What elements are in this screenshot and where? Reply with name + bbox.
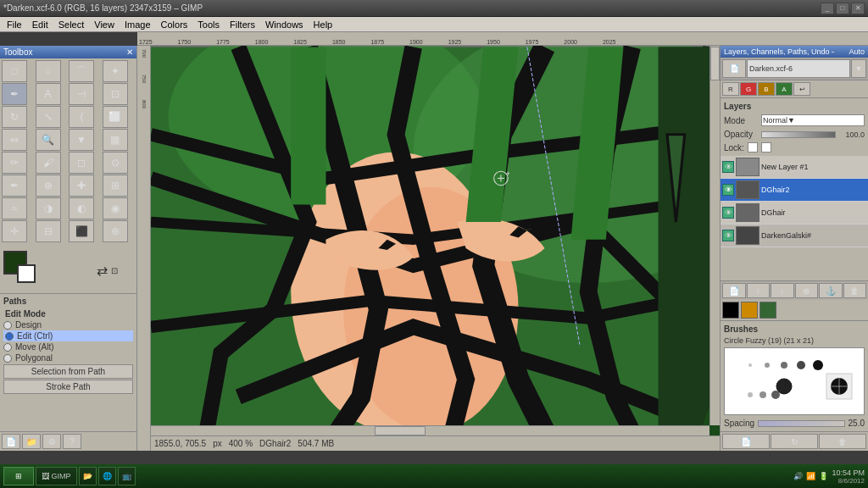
lasso-tool[interactable]: ⌒ — [69, 60, 94, 82]
taskbar-item-3[interactable]: 🌐 — [98, 467, 116, 485]
menu-tools[interactable]: Tools — [192, 19, 225, 30]
spacing-slider[interactable] — [758, 420, 844, 427]
panel-arrow[interactable]: ▼ — [851, 59, 866, 78]
ellipse-select-tool[interactable]: ○ — [36, 60, 61, 82]
zoom-tool[interactable]: 🔍 — [36, 129, 61, 151]
desaturate-tool[interactable]: ◐ — [69, 197, 94, 219]
scale-tool[interactable]: ⤡ — [36, 106, 61, 128]
path-option-design[interactable]: Design — [3, 319, 133, 330]
channel-rgb[interactable]: R — [722, 82, 739, 96]
align-tool[interactable]: ⊟ — [36, 220, 61, 242]
path-option-polygonal[interactable]: Polygonal — [3, 352, 133, 363]
canvas-area[interactable]: 700 750 800 — [137, 46, 720, 451]
polygonal-radio[interactable] — [3, 354, 12, 363]
scrollbar-horizontal[interactable] — [151, 425, 709, 435]
file-name-tab[interactable]: Darken.xcf-6 — [747, 59, 850, 78]
eraser-tool[interactable]: ◻ — [69, 152, 94, 174]
red-eye-tool[interactable]: ◉ — [103, 197, 128, 219]
ink-tool[interactable]: ✒ — [2, 175, 27, 197]
bucket-fill-tool[interactable]: ▼ — [69, 129, 94, 151]
lock-position-checkbox[interactable] — [761, 142, 771, 152]
perspective-clone-tool[interactable]: ⊞ — [103, 175, 128, 197]
raise-layer-button[interactable]: ↑ — [747, 283, 771, 298]
opacity-slider[interactable] — [761, 131, 836, 138]
help-button[interactable]: ? — [63, 434, 81, 449]
swap-colors-button[interactable]: ⇄ — [97, 263, 108, 279]
layer-item[interactable]: 👁 DGhair — [721, 202, 868, 225]
selection-from-path-button[interactable]: Selection from Path — [3, 364, 133, 379]
file-tab[interactable]: 📄 — [722, 59, 746, 78]
reset-colors-button[interactable]: ⊡ — [111, 266, 118, 275]
heal-tool[interactable]: ✚ — [69, 175, 94, 197]
brush-color-green[interactable] — [760, 302, 776, 319]
channel-green[interactable]: B — [758, 82, 775, 96]
brush-new-button[interactable]: 📄 — [722, 434, 770, 449]
anchor-layer-button[interactable]: ⚓ — [819, 283, 843, 298]
new-layer-button[interactable]: 📄 — [722, 283, 746, 298]
magnify-tool[interactable]: ⊕ — [103, 220, 128, 242]
layer-visibility-toggle[interactable]: 👁 — [722, 207, 734, 219]
menu-view[interactable]: View — [89, 19, 120, 30]
layer-visibility-toggle[interactable]: 👁 — [722, 161, 734, 173]
menu-windows[interactable]: Windows — [260, 19, 309, 30]
layer-item[interactable]: 👁 DarkenGalski# — [721, 225, 868, 247]
clock[interactable]: 10:54 PM 8/6/2012 — [832, 469, 865, 485]
layer-item[interactable]: 👁 DGhair2 — [721, 179, 868, 202]
background-color[interactable] — [17, 264, 36, 283]
channel-red[interactable]: G — [740, 82, 757, 96]
menu-image[interactable]: Image — [120, 19, 156, 30]
minimize-button[interactable]: _ — [821, 3, 834, 14]
measure-tool[interactable]: ⊣ — [69, 83, 94, 105]
path-option-edit[interactable]: Edit (Ctrl) — [3, 330, 133, 341]
brush-delete-button[interactable]: 🗑 — [819, 434, 866, 449]
path-option-move[interactable]: Move (Alt) — [3, 341, 133, 352]
start-button[interactable]: ⊞ — [3, 467, 34, 485]
mode-dropdown[interactable]: Normal▼ — [761, 114, 865, 126]
edit-radio[interactable] — [5, 332, 14, 341]
path-tool[interactable]: ✒ — [2, 83, 27, 105]
menu-edit[interactable]: Edit — [27, 19, 53, 30]
brush-refresh-button[interactable]: ↻ — [771, 434, 818, 449]
layer-visibility-toggle[interactable]: 👁 — [722, 230, 734, 241]
layer-item[interactable]: 👁 New Layer #1 — [721, 156, 868, 179]
dodge-burn-tool[interactable]: ◑ — [36, 197, 61, 219]
clone-tool[interactable]: ⊕ — [36, 175, 61, 197]
menu-select[interactable]: Select — [53, 19, 90, 30]
color-picker-tool[interactable]: ⬛ — [69, 220, 94, 242]
rect-select-tool[interactable]: □ — [2, 60, 27, 82]
menu-file[interactable]: File — [2, 19, 27, 30]
window-controls[interactable]: _ □ ✕ — [821, 3, 865, 14]
flip-tool[interactable]: ⇔ — [2, 129, 27, 151]
menu-colors[interactable]: Colors — [156, 19, 193, 30]
open-image-button[interactable]: 📁 — [22, 434, 41, 449]
taskbar-item-2[interactable]: 📂 — [79, 467, 97, 485]
delete-layer-button[interactable]: 🗑 — [843, 283, 867, 298]
toolbox-close-button[interactable]: ✕ — [126, 47, 133, 57]
airbrush-tool[interactable]: ⊙ — [103, 152, 128, 174]
layer-visibility-toggle[interactable]: 👁 — [722, 184, 734, 196]
menu-help[interactable]: Help — [309, 19, 338, 30]
brush-color-black[interactable] — [722, 302, 739, 319]
new-image-button[interactable]: 📄 — [2, 434, 20, 449]
fuzzy-select-tool[interactable]: ✦ — [103, 60, 128, 82]
taskbar-gimp[interactable]: 🖼 GIMP — [36, 467, 77, 485]
maximize-button[interactable]: □ — [836, 3, 849, 14]
pencil-tool[interactable]: ✏ — [2, 152, 27, 174]
shear-tool[interactable]: ⟨ — [69, 106, 94, 128]
channel-blue[interactable]: A — [776, 82, 793, 96]
text-tool[interactable]: A — [36, 83, 61, 105]
duplicate-layer-button[interactable]: ⊕ — [795, 283, 819, 298]
move-tool[interactable]: ✛ — [2, 220, 27, 242]
scrollbar-vertical[interactable] — [709, 46, 720, 425]
scrollbar-thumb-h[interactable] — [375, 426, 426, 435]
lower-layer-button[interactable]: ↓ — [771, 283, 794, 298]
close-button[interactable]: ✕ — [851, 3, 865, 14]
menu-filters[interactable]: Filters — [225, 19, 260, 30]
paintbrush-tool[interactable]: 🖌 — [36, 152, 61, 174]
scrollbar-thumb-v[interactable] — [710, 47, 720, 80]
rotate-tool[interactable]: ↻ — [2, 106, 27, 128]
brush-color-orange[interactable] — [741, 302, 758, 319]
smudge-tool[interactable]: ≈ — [2, 197, 27, 219]
blend-tool[interactable]: ▦ — [103, 129, 128, 151]
stroke-path-button[interactable]: Stroke Path — [3, 380, 133, 394]
